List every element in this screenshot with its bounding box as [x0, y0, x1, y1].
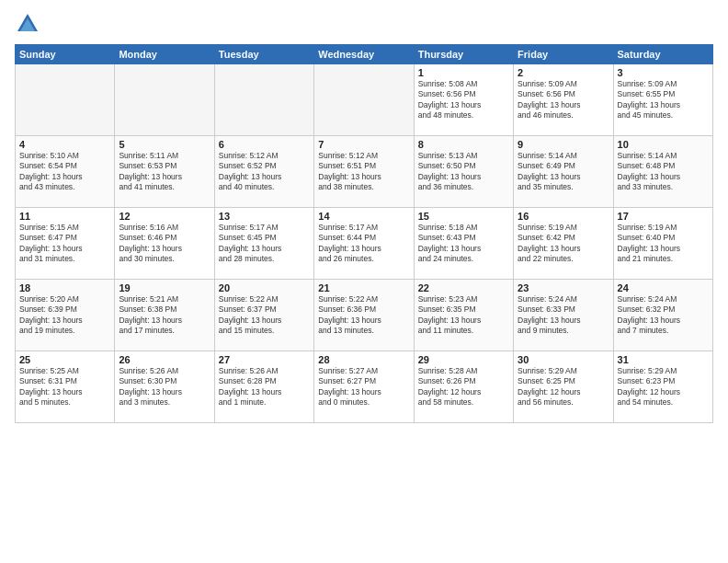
col-header-wednesday: Wednesday [314, 45, 414, 64]
cell-text: Sunset: 6:31 PM [19, 376, 110, 386]
cell-text: Sunset: 6:47 PM [19, 233, 110, 243]
cell-text: Sunset: 6:23 PM [618, 376, 709, 386]
day-number: 19 [119, 282, 210, 293]
cell-text: Daylight: 13 hours [618, 316, 709, 326]
calendar-cell: 22Sunrise: 5:23 AMSunset: 6:35 PMDayligh… [414, 280, 513, 351]
cell-text: Sunrise: 5:14 AM [618, 151, 709, 161]
cell-text: Sunrise: 5:20 AM [19, 294, 110, 304]
cell-text: Daylight: 13 hours [318, 316, 409, 326]
cell-text: Daylight: 13 hours [219, 172, 310, 182]
cell-text: Sunrise: 5:10 AM [19, 151, 110, 161]
cell-text: and 21 minutes. [618, 254, 709, 264]
day-number: 3 [618, 67, 709, 78]
calendar-cell: 18Sunrise: 5:20 AMSunset: 6:39 PMDayligh… [16, 280, 115, 351]
cell-text: and 40 minutes. [219, 182, 310, 192]
day-number: 27 [219, 354, 310, 365]
cell-text: Daylight: 13 hours [418, 100, 509, 110]
cell-text: Sunrise: 5:15 AM [19, 223, 110, 233]
calendar-cell: 20Sunrise: 5:22 AMSunset: 6:37 PMDayligh… [214, 280, 313, 351]
cell-text: Sunrise: 5:25 AM [19, 366, 110, 376]
cell-text: Daylight: 13 hours [19, 316, 110, 326]
cell-text: and 15 minutes. [219, 326, 310, 336]
cell-text: Sunset: 6:56 PM [518, 89, 609, 99]
cell-text: Sunrise: 5:27 AM [318, 366, 409, 376]
cell-text: and 1 minute. [219, 397, 310, 408]
day-number: 22 [418, 282, 509, 293]
cell-text: Daylight: 13 hours [518, 172, 609, 182]
week-row-4: 18Sunrise: 5:20 AMSunset: 6:39 PMDayligh… [16, 280, 713, 351]
cell-text: Daylight: 13 hours [318, 387, 409, 397]
cell-text: and 30 minutes. [119, 254, 210, 264]
cell-text: and 7 minutes. [618, 326, 709, 336]
day-number: 31 [618, 354, 709, 365]
cell-text: Daylight: 13 hours [618, 100, 709, 110]
day-number: 17 [618, 211, 709, 222]
day-number: 23 [518, 282, 609, 293]
cell-text: Sunset: 6:27 PM [318, 376, 409, 386]
cell-text: Sunset: 6:44 PM [318, 233, 409, 243]
cell-text: Sunrise: 5:28 AM [418, 366, 509, 376]
calendar-cell: 25Sunrise: 5:25 AMSunset: 6:31 PMDayligh… [16, 351, 115, 423]
cell-text: Daylight: 13 hours [618, 244, 709, 254]
logo [15, 11, 44, 37]
calendar-cell: 3Sunrise: 5:09 AMSunset: 6:55 PMDaylight… [613, 64, 712, 136]
cell-text: Sunrise: 5:24 AM [518, 294, 609, 304]
cell-text: Sunset: 6:37 PM [219, 304, 310, 315]
cell-text: Daylight: 13 hours [418, 244, 509, 254]
col-header-saturday: Saturday [613, 45, 712, 64]
cell-text: Sunrise: 5:29 AM [518, 366, 609, 376]
cell-text: and 48 minutes. [418, 110, 509, 121]
cell-text: and 0 minutes. [318, 397, 409, 408]
cell-text: Sunrise: 5:26 AM [219, 366, 310, 376]
cell-text: Daylight: 13 hours [318, 172, 409, 182]
cell-text: Daylight: 12 hours [518, 387, 609, 397]
calendar-cell: 1Sunrise: 5:08 AMSunset: 6:56 PMDaylight… [414, 64, 513, 136]
cell-text: and 56 minutes. [518, 397, 609, 408]
cell-text: Sunrise: 5:17 AM [318, 223, 409, 233]
cell-text: and 41 minutes. [119, 182, 210, 192]
cell-text: Sunset: 6:38 PM [119, 304, 210, 315]
cell-text: Sunset: 6:45 PM [219, 233, 310, 243]
day-number: 10 [618, 139, 709, 150]
cell-text: Daylight: 13 hours [618, 172, 709, 182]
cell-text: and 36 minutes. [418, 182, 509, 192]
cell-text: Sunrise: 5:08 AM [418, 79, 509, 89]
cell-text: Daylight: 13 hours [518, 244, 609, 254]
cell-text: Sunset: 6:42 PM [518, 233, 609, 243]
cell-text: Daylight: 13 hours [19, 172, 110, 182]
cell-text: and 54 minutes. [618, 397, 709, 408]
calendar-cell: 26Sunrise: 5:26 AMSunset: 6:30 PMDayligh… [115, 351, 214, 423]
cell-text: Sunset: 6:51 PM [318, 161, 409, 171]
cell-text: Daylight: 13 hours [418, 316, 509, 326]
cell-text: Sunset: 6:40 PM [618, 233, 709, 243]
day-number: 14 [318, 211, 409, 222]
cell-text: Sunset: 6:53 PM [119, 161, 210, 171]
day-number: 25 [19, 354, 110, 365]
cell-text: Sunset: 6:36 PM [318, 304, 409, 315]
calendar-table: SundayMondayTuesdayWednesdayThursdayFrid… [15, 44, 713, 423]
calendar-cell: 8Sunrise: 5:13 AMSunset: 6:50 PMDaylight… [414, 136, 513, 208]
calendar-cell: 19Sunrise: 5:21 AMSunset: 6:38 PMDayligh… [115, 280, 214, 351]
calendar-cell: 13Sunrise: 5:17 AMSunset: 6:45 PMDayligh… [214, 208, 313, 280]
col-header-friday: Friday [514, 45, 613, 64]
cell-text: and 28 minutes. [219, 254, 310, 264]
calendar-cell: 2Sunrise: 5:09 AMSunset: 6:56 PMDaylight… [514, 64, 613, 136]
cell-text: Sunrise: 5:18 AM [418, 223, 509, 233]
week-row-1: 1Sunrise: 5:08 AMSunset: 6:56 PMDaylight… [16, 64, 713, 136]
week-row-3: 11Sunrise: 5:15 AMSunset: 6:47 PMDayligh… [16, 208, 713, 280]
cell-text: Sunrise: 5:11 AM [119, 151, 210, 161]
day-number: 12 [119, 211, 210, 222]
calendar-cell: 14Sunrise: 5:17 AMSunset: 6:44 PMDayligh… [314, 208, 414, 280]
cell-text: and 24 minutes. [418, 254, 509, 264]
cell-text: Sunset: 6:43 PM [418, 233, 509, 243]
day-number: 2 [518, 67, 609, 78]
cell-text: Sunset: 6:48 PM [618, 161, 709, 171]
day-number: 8 [418, 139, 509, 150]
day-number: 24 [618, 282, 709, 293]
cell-text: and 19 minutes. [19, 326, 110, 336]
cell-text: Sunrise: 5:23 AM [418, 294, 509, 304]
cell-text: and 43 minutes. [19, 182, 110, 192]
day-number: 1 [418, 67, 509, 78]
calendar-cell: 29Sunrise: 5:28 AMSunset: 6:26 PMDayligh… [414, 351, 513, 423]
cell-text: Sunrise: 5:24 AM [618, 294, 709, 304]
